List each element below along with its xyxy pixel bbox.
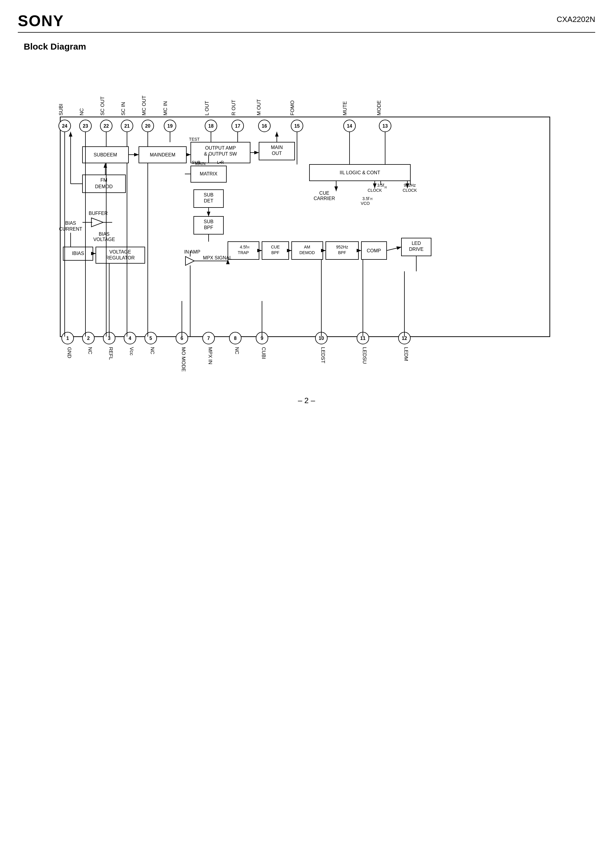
pin15-label: FOMO [289,100,295,115]
vco-label: VCO [361,201,370,206]
pin18-label: L OUT [204,101,210,115]
main-out-label1: MAIN [271,145,283,150]
pin11-label: LEDSU [362,347,367,364]
pin24-num: 24 [62,124,67,129]
led-drive-label2: DRIVE [409,247,424,252]
cue-carrier-label1: CUE [319,191,329,195]
sony-logo: SONY [18,12,64,30]
pin20-num: 20 [145,124,150,129]
pin20-label: MC OUT [141,96,147,115]
pin12-label: LEDM [403,347,409,361]
page: SONY CXA2202N Block Diagram text { font-… [0,0,613,868]
pin17-num: 17 [235,124,240,129]
pin8-label: NC [234,347,240,355]
pin14-num: 14 [347,124,352,129]
pin13-label: MODE [376,100,382,115]
pin6-label: MO MODE [181,347,186,372]
pin4-num: 4 [129,336,132,341]
pin21-label: SC IN [121,102,126,115]
buffer-label: BUFFER [89,211,108,216]
bias-current-label1: BIAS [65,220,76,226]
sub-label-top: SUB [192,160,201,165]
pin16-label: M OUT [256,99,262,115]
pin13-num: 13 [382,124,388,129]
bias-voltage-label2: VOLTAGE [93,237,115,242]
pin23-num: 23 [83,124,88,129]
model-number: CXA2202N [557,15,595,24]
voltage-reg-label2: REGULATOR [105,255,135,260]
iil-logic-label: IIL LOGIC & CONT [340,170,380,175]
pin19-label: MC IN [163,101,168,115]
pin22-num: 22 [104,124,109,129]
pin8-num: 8 [234,336,237,341]
am-demod-label2: DEMOD [299,250,315,255]
sub-bpf-label1: SUB [204,219,214,224]
sub-det-label1: SUB [204,192,214,197]
fm-demod-label2: DEMOD [95,184,113,189]
bpf-952-label1: 952Hz [336,245,348,250]
pin10-label: LEDST [320,347,326,363]
pin7-num: 7 [207,336,210,341]
pin15-num: 15 [294,124,300,129]
pin2-num: 2 [87,336,90,341]
header: SONY CXA2202N [18,12,595,33]
clock-952-label: 952Hz [404,183,416,188]
pin5-num: 5 [150,336,152,341]
bias-current-label2: CURRENT [59,226,82,231]
pin18-num: 18 [208,124,214,129]
pin17-label: R OUT [231,100,237,115]
cue-bpf-label2: BPF [271,250,279,255]
pin24-label: SUBI [58,104,64,115]
trap-h: H [247,246,249,249]
pin16-num: 16 [262,124,267,129]
test-label: TEST [189,137,200,142]
ibias-label: IBIAS [72,251,84,256]
pin3-label: REFL [108,347,114,360]
pin4-label: Vcc [129,347,135,356]
trap-label1: 4.5f [240,245,246,250]
clock-35-h: H [384,186,387,189]
led-drive-label1: LED [412,241,421,246]
matrix-label: MATRIX [200,171,217,176]
block-diagram-svg: text { font-family: Arial, Helvetica, sa… [25,57,588,384]
page-number: – 2 – [18,396,595,405]
lr-label: L•R [217,160,224,165]
voltage-reg-label1: VOLTAGE [109,250,131,254]
pin5-label: NC [150,347,155,355]
maindeem-label: MAINDEEM [150,152,175,157]
pin23-label: NC [79,108,85,115]
output-amp-label2: & OUTPUT SW [204,151,237,157]
trap-label2: TRAP [238,250,249,255]
pin1-num: 1 [67,336,69,341]
cue-bpf-label1: CUE [271,245,280,250]
clock-35-word: CLOCK [368,188,382,193]
svg-rect-2 [60,117,550,336]
pin21-num: 21 [124,124,130,129]
pin14-label: MUTE [342,101,348,115]
block-diagram-title: Block Diagram [24,42,595,52]
bpf-952-label2: BPF [338,250,346,255]
diagram-container: text { font-family: Arial, Helvetica, sa… [25,57,588,384]
cue-carrier-label2: CARRIER [314,196,335,201]
bias-voltage-label1: BIAS [99,231,110,237]
clock-952-word: CLOCK [402,188,417,193]
pin22-label: SC OUT [100,96,105,115]
comp-label: COMP [367,248,381,253]
output-amp-label1: OUTPUT AMP [205,146,236,150]
sub-bpf-label2: BPF [204,225,213,230]
pin1-label: GND [67,347,72,358]
main-out-label2: OUT [272,151,282,156]
pin9-label: CUBI [261,347,266,359]
am-demod-label1: AM [304,245,310,250]
vco-35-label: 3.5f [362,196,369,201]
pin2-label: NC [87,347,93,355]
vco-35-h: H [370,197,372,201]
pin7-label: MPX IN [207,347,213,364]
in-amp-label: IN AMP [184,250,200,254]
sub-det-label2: DET [204,198,213,203]
pin19-num: 19 [167,124,173,129]
subdeem-label: SUBDEEM [93,152,117,157]
